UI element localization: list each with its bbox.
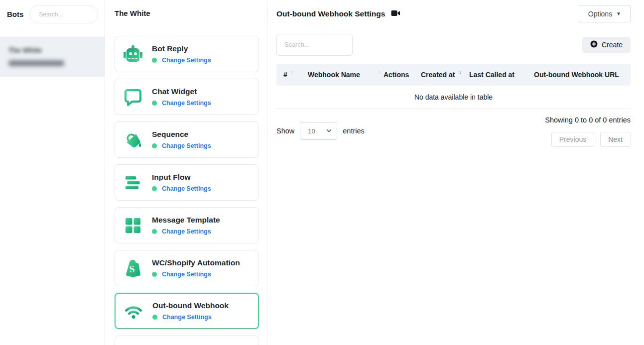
card-chat-widget[interactable]: Chat Widget Change Settings <box>115 79 259 115</box>
wifi-icon <box>123 300 144 322</box>
chat-bubble-icon <box>122 86 144 108</box>
column-header-actions: Actions <box>384 71 421 79</box>
webhook-search-input[interactable] <box>276 34 353 56</box>
card-title: Bot Reply <box>152 44 211 53</box>
card-outbound-webhook[interactable]: Out-bound Webhook Change Settings <box>115 293 259 329</box>
change-settings-link[interactable]: Change Settings <box>162 185 211 192</box>
column-header-webhook-url: Out-bound Webhook URL <box>534 71 631 79</box>
bot-settings-panel: The White Bot Reply Change Settings <box>105 0 267 345</box>
change-settings-link[interactable]: Change Settings <box>162 271 211 278</box>
status-dot <box>152 272 157 277</box>
previous-button[interactable]: Previous <box>551 132 594 147</box>
table-empty-message: No data available in table <box>276 86 631 109</box>
sort-icon: ↑↓ <box>378 69 381 75</box>
plus-circle-icon <box>590 40 598 49</box>
entries-label: entries <box>343 127 365 135</box>
video-camera-icon <box>391 9 400 18</box>
bot-phone-masked <box>8 60 64 66</box>
sort-icon: ↑↓ <box>290 69 293 75</box>
card-bot-reply[interactable]: Bot Reply Change Settings <box>115 36 259 72</box>
grid-icon <box>122 215 144 236</box>
card-sequence[interactable]: Sequence Change Settings <box>115 121 259 158</box>
change-settings-link[interactable]: Change Settings <box>162 57 211 64</box>
list-bars-icon <box>122 172 144 194</box>
status-dot <box>152 186 157 191</box>
card-title: Out-bound Webhook <box>152 301 229 310</box>
column-header-number[interactable]: # ↑↓ <box>283 71 308 79</box>
page-title: Out-bound Webhook Settings <box>276 9 385 18</box>
status-dot <box>152 229 157 234</box>
show-label: Show <box>276 127 294 135</box>
options-button[interactable]: Options ▼ <box>579 5 631 22</box>
bots-sidebar: Bots The White <box>0 0 105 345</box>
bots-search-input[interactable] <box>29 5 98 23</box>
create-button[interactable]: Create <box>582 37 631 53</box>
pagination-summary: Showing 0 to 0 of 0 entries <box>545 116 631 124</box>
column-header-created-at[interactable]: Created at ↑↓ <box>421 71 469 79</box>
table-header-row: # ↑↓ Webhook Name ↑↓ Actions Created at … <box>276 64 631 86</box>
bot-list-item[interactable]: The White <box>0 36 105 77</box>
webhook-settings-main: Out-bound Webhook Settings Options ▼ Cre… <box>267 0 644 345</box>
status-dot <box>152 101 157 106</box>
robot-icon <box>122 43 144 65</box>
change-settings-link[interactable]: Change Settings <box>162 314 212 321</box>
change-settings-link[interactable]: Change Settings <box>162 228 211 235</box>
card-input-flow[interactable]: Input Flow Change Settings <box>115 164 259 201</box>
column-header-last-called: Last Called at <box>469 71 534 79</box>
next-button[interactable]: Next <box>600 132 631 147</box>
paint-bucket-icon <box>122 129 144 151</box>
caret-down-icon: ▼ <box>616 11 621 16</box>
sidebar-title: Bots <box>7 10 23 18</box>
card-title: WC/Shopify Automation <box>152 258 240 267</box>
shopify-bag-icon: S <box>122 257 144 279</box>
sort-icon-active-desc: ↑↓ <box>457 69 460 75</box>
status-dot <box>152 58 157 63</box>
card-title: Message Template <box>152 216 220 225</box>
card-wc-shopify[interactable]: S WC/Shopify Automation Change Settings <box>115 250 259 286</box>
card-title: Input Flow <box>152 173 211 182</box>
change-settings-link[interactable]: Change Settings <box>162 100 211 107</box>
bot-name-masked: The White <box>8 46 42 54</box>
status-dot <box>152 315 157 320</box>
card-title: Chat Widget <box>152 87 211 96</box>
card-partial[interactable] <box>115 336 259 345</box>
page-size-select[interactable]: 10 <box>300 122 337 140</box>
change-settings-link[interactable]: Change Settings <box>162 142 211 149</box>
bot-panel-title: The White <box>115 9 267 17</box>
column-header-webhook-name[interactable]: Webhook Name ↑↓ <box>308 71 384 79</box>
card-message-template[interactable]: Message Template Change Settings <box>115 207 259 243</box>
card-title: Sequence <box>152 130 211 139</box>
status-dot <box>152 143 157 148</box>
